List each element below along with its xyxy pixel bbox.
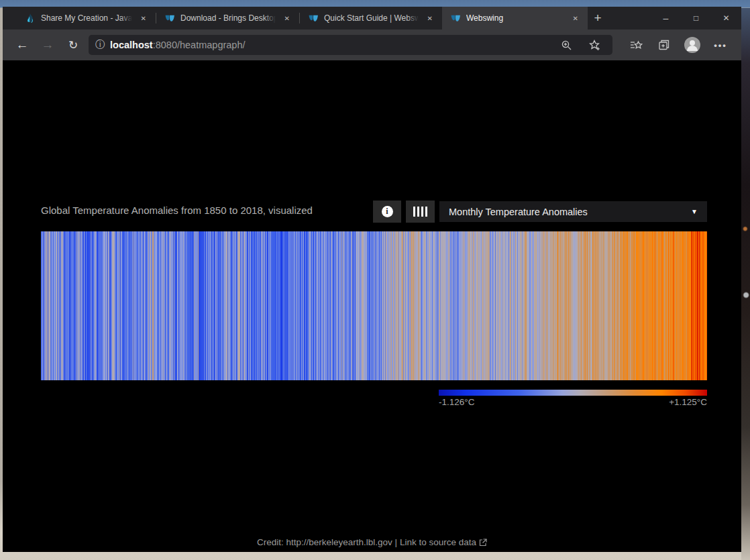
more-menu-icon[interactable]: ••• xyxy=(706,36,735,54)
tab-title: Download - Brings Desktop A xyxy=(180,13,276,23)
color-scale-labels: -1.126°C +1.125°C xyxy=(439,397,707,407)
address-bar[interactable]: ⓘ localhost :8080/heatmapgraph/ xyxy=(89,35,612,55)
url-path: :8080/heatmapgraph/ xyxy=(153,40,246,50)
chevron-down-icon: ▼ xyxy=(691,208,698,215)
webswing-icon xyxy=(450,13,461,23)
page-title: Global Temperature Anomalies from 1850 t… xyxy=(41,205,313,216)
site-info-icon[interactable]: ⓘ xyxy=(95,39,105,51)
browser-tab[interactable]: Download - Brings Desktop A✕ xyxy=(156,7,299,30)
temperature-stripes-heatmap[interactable] xyxy=(41,231,707,380)
forward-button[interactable]: → xyxy=(35,33,60,57)
browser-tab[interactable]: Webswing✕ xyxy=(442,7,588,30)
scale-max-label: +1.125°C xyxy=(669,397,707,407)
url-host: localhost xyxy=(110,40,153,50)
stripes-view-button[interactable] xyxy=(406,201,435,223)
tab-close-icon[interactable]: ✕ xyxy=(570,13,582,24)
zoom-icon[interactable] xyxy=(555,36,578,54)
page-content: Global Temperature Anomalies from 1850 t… xyxy=(3,60,741,552)
tab-close-icon[interactable]: ✕ xyxy=(424,13,436,24)
minimize-button[interactable]: – xyxy=(651,7,681,30)
tab-title: Webswing xyxy=(466,13,564,23)
info-icon: i xyxy=(382,206,393,217)
source-data-link[interactable]: Link to source data xyxy=(400,537,476,547)
color-scale-bar xyxy=(439,390,707,396)
desktop: Share My Creation - JavaFX a✕Download - … xyxy=(0,0,750,560)
tab-title: Share My Creation - JavaFX a xyxy=(41,13,132,23)
browser-toolbar: ← → ↻ ⓘ localhost :8080/heatmapgraph/ xyxy=(3,30,741,60)
tab-strip: Share My Creation - JavaFX a✕Download - … xyxy=(3,7,741,30)
add-favorite-icon[interactable] xyxy=(583,36,606,54)
webswing-icon xyxy=(164,13,175,23)
browser-window: Share My Creation - JavaFX a✕Download - … xyxy=(3,7,741,552)
credit-text: Credit: http://berkeleyearth.lbl.gov | xyxy=(257,537,400,547)
window-controls: – □ ✕ xyxy=(651,7,741,30)
favorites-icon[interactable] xyxy=(622,36,650,54)
desktop-wallpaper-strip xyxy=(741,8,750,560)
collections-icon[interactable] xyxy=(650,36,678,54)
new-tab-button[interactable]: + xyxy=(588,7,608,30)
stripes-icon xyxy=(413,207,427,217)
series-dropdown[interactable]: Monthly Temperature Anomalies ▼ xyxy=(439,201,707,222)
tab-close-icon[interactable]: ✕ xyxy=(281,13,293,24)
maximize-button[interactable]: □ xyxy=(681,7,711,30)
profile-avatar[interactable] xyxy=(678,36,706,54)
webswing-icon xyxy=(308,13,319,23)
scale-min-label: -1.126°C xyxy=(439,397,474,407)
flame-icon xyxy=(25,13,36,23)
series-dropdown-value: Monthly Temperature Anomalies xyxy=(449,207,588,217)
tab-title: Quick Start Guide | Webswing xyxy=(324,13,419,23)
back-button[interactable]: ← xyxy=(9,33,35,57)
close-button[interactable]: ✕ xyxy=(711,7,741,30)
tab-close-icon[interactable]: ✕ xyxy=(138,13,150,24)
refresh-button[interactable]: ↻ xyxy=(60,33,86,57)
credit-footer: Credit: http://berkeleyearth.lbl.gov | L… xyxy=(3,537,741,547)
external-link-icon xyxy=(479,539,487,547)
browser-tab[interactable]: Quick Start Guide | Webswing✕ xyxy=(300,7,442,30)
info-button[interactable]: i xyxy=(373,201,401,223)
browser-tab[interactable]: Share My Creation - JavaFX a✕ xyxy=(17,7,156,30)
